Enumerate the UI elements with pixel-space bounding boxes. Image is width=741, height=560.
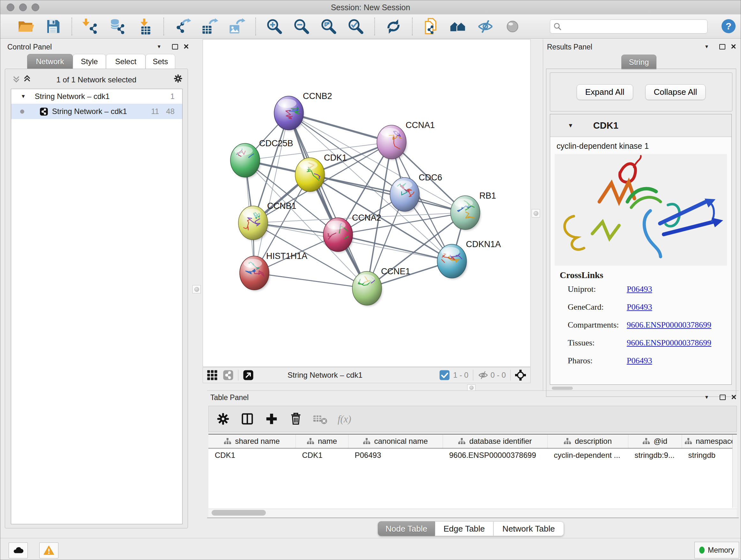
zoom-fit-button[interactable] bbox=[320, 18, 337, 35]
control-panel-close-icon[interactable] bbox=[184, 44, 189, 49]
column-header-namespace[interactable]: namespace bbox=[682, 435, 737, 448]
node-CDKN1A[interactable] bbox=[437, 244, 467, 279]
column-header-description[interactable]: description bbox=[548, 435, 628, 448]
search-box bbox=[550, 19, 708, 34]
node-CDC6[interactable] bbox=[390, 178, 420, 212]
fit-content-icon[interactable] bbox=[515, 370, 526, 381]
search-icon bbox=[553, 22, 562, 30]
collection-disclosure-icon[interactable]: ▼ bbox=[21, 94, 26, 99]
crosslink-link[interactable]: 9606.ENSP00000378699 bbox=[627, 338, 711, 348]
table-horizontal-scrollbar[interactable] bbox=[208, 509, 737, 517]
results-scrollbar-thumb[interactable] bbox=[552, 387, 573, 390]
control-panel-float-icon[interactable] bbox=[172, 44, 178, 50]
cloud-button[interactable] bbox=[9, 543, 28, 558]
table-panel-float-icon[interactable] bbox=[720, 395, 726, 400]
node-CCNA2[interactable] bbox=[318, 214, 353, 253]
export-network-button[interactable] bbox=[174, 18, 191, 35]
crosslink-link[interactable]: P06493 bbox=[627, 302, 652, 312]
export-table-button[interactable] bbox=[201, 18, 218, 35]
tab-network[interactable]: Network bbox=[27, 54, 73, 69]
network-row[interactable]: String Network – cdk1 11 48 bbox=[11, 104, 182, 119]
network-collection-row[interactable]: ▼ String Network – cdk1 1 bbox=[11, 89, 182, 104]
function-builder-button[interactable]: f(x) bbox=[337, 412, 352, 426]
tab-style[interactable]: Style bbox=[73, 54, 106, 69]
right-splitter-handle[interactable] bbox=[532, 209, 540, 217]
node-CCNB2[interactable] bbox=[274, 96, 304, 131]
column-header-database-identifier[interactable]: database identifier bbox=[443, 435, 548, 448]
column-header-canonical-name[interactable]: canonical name bbox=[348, 435, 443, 448]
zoom-in-button[interactable] bbox=[266, 18, 283, 35]
delete-row-button[interactable] bbox=[288, 412, 303, 426]
grid-mode-icon[interactable] bbox=[207, 370, 218, 381]
expand-all-button[interactable]: Expand All bbox=[577, 84, 633, 100]
table-panel-collapse-icon[interactable]: ▼ bbox=[704, 394, 709, 400]
table-cell: 9606.ENSP00000378699 bbox=[443, 448, 548, 462]
table-vertical-scrollbar[interactable] bbox=[732, 435, 737, 508]
node-label-CCNB2: CCNB2 bbox=[303, 91, 332, 101]
protein-disclosure-icon[interactable]: ▼ bbox=[568, 122, 574, 129]
results-panel-collapse-icon[interactable]: ▼ bbox=[704, 44, 709, 49]
open-session-button[interactable] bbox=[17, 18, 35, 35]
node-CCNB1[interactable] bbox=[239, 206, 268, 241]
refresh-layout-button[interactable] bbox=[385, 18, 402, 35]
table-row[interactable]: CDK1CDK1P064939606.ENSP00000378699cyclin… bbox=[208, 448, 737, 462]
share-network-icon[interactable] bbox=[223, 370, 233, 381]
save-session-button[interactable] bbox=[44, 18, 62, 35]
add-row-button[interactable] bbox=[264, 412, 279, 426]
crosslink-row: Compartments:9606.ENSP00000378699 bbox=[568, 316, 731, 334]
warning-button[interactable] bbox=[39, 543, 58, 558]
crosslink-row: GeneCard:P06493 bbox=[568, 298, 731, 316]
tab-network-table[interactable]: Network Table bbox=[493, 521, 564, 536]
import-table-button[interactable] bbox=[136, 18, 153, 35]
collapse-all-button[interactable]: Collapse All bbox=[645, 84, 706, 100]
titlebar: Session: New Session bbox=[0, 0, 741, 15]
clear-table-button[interactable] bbox=[313, 412, 327, 426]
open-external-icon[interactable] bbox=[243, 370, 254, 381]
home-networks-button[interactable] bbox=[450, 18, 467, 35]
node-CCNA1[interactable] bbox=[377, 125, 407, 160]
crosslink-row: Pharos:P06493 bbox=[568, 352, 731, 370]
protein-card-header[interactable]: ▼ CDK1 bbox=[550, 114, 731, 137]
hide-selected-button[interactable] bbox=[477, 18, 494, 35]
table-scrollbar-thumb[interactable] bbox=[212, 510, 266, 516]
node-RB1[interactable] bbox=[451, 196, 481, 231]
memory-button[interactable]: Memory bbox=[694, 542, 739, 558]
bottom-splitter-handle[interactable] bbox=[467, 384, 475, 391]
tab-sets[interactable]: Sets bbox=[145, 54, 175, 69]
export-image-button[interactable] bbox=[228, 18, 246, 35]
split-columns-button[interactable] bbox=[240, 412, 255, 426]
node-CCNE1[interactable] bbox=[352, 266, 382, 306]
selected-checkbox-icon[interactable] bbox=[439, 370, 450, 381]
control-panel-collapse-icon[interactable]: ▼ bbox=[157, 44, 161, 49]
tab-select[interactable]: Select bbox=[106, 54, 145, 69]
node-CDC25B[interactable] bbox=[230, 143, 275, 178]
crosslink-link[interactable]: P06493 bbox=[627, 356, 652, 366]
node-CDK1[interactable] bbox=[295, 158, 325, 192]
help-button[interactable]: ? bbox=[722, 19, 736, 33]
tab-node-table[interactable]: Node Table bbox=[378, 521, 435, 536]
zoom-out-button[interactable] bbox=[293, 18, 310, 35]
import-network-database-button[interactable] bbox=[109, 18, 126, 35]
node-HIST1H1A[interactable] bbox=[240, 256, 270, 291]
import-network-button[interactable] bbox=[82, 18, 99, 35]
left-splitter-handle[interactable] bbox=[192, 285, 201, 294]
tab-edge-table[interactable]: Edge Table bbox=[435, 521, 493, 536]
results-tab-string[interactable]: String bbox=[621, 55, 657, 69]
table-panel-close-icon[interactable] bbox=[731, 394, 737, 400]
results-panel-close-icon[interactable] bbox=[731, 44, 736, 49]
import-network-icon bbox=[82, 18, 99, 35]
network-options-gear-icon[interactable] bbox=[173, 73, 183, 84]
network-from-file-button[interactable] bbox=[422, 18, 440, 35]
show-graphics-details-button[interactable] bbox=[504, 18, 521, 35]
results-panel-float-icon[interactable] bbox=[719, 44, 725, 50]
column-header-name[interactable]: name bbox=[296, 435, 348, 448]
node-label-CCNA2: CCNA2 bbox=[352, 213, 381, 223]
column-header-shared-name[interactable]: shared name bbox=[208, 435, 296, 448]
search-input[interactable] bbox=[562, 22, 707, 31]
crosslink-link[interactable]: 9606.ENSP00000378699 bbox=[627, 320, 711, 330]
zoom-selected-button[interactable] bbox=[347, 18, 364, 35]
network-canvas[interactable]: CCNB2CCNA1CDC25BCDK1CDC6RB1CCNB1CCNA2CDK… bbox=[203, 39, 531, 367]
settings-gear-button[interactable] bbox=[216, 412, 230, 426]
column-header--id[interactable]: @id bbox=[628, 435, 682, 448]
crosslink-link[interactable]: P06493 bbox=[627, 285, 652, 294]
